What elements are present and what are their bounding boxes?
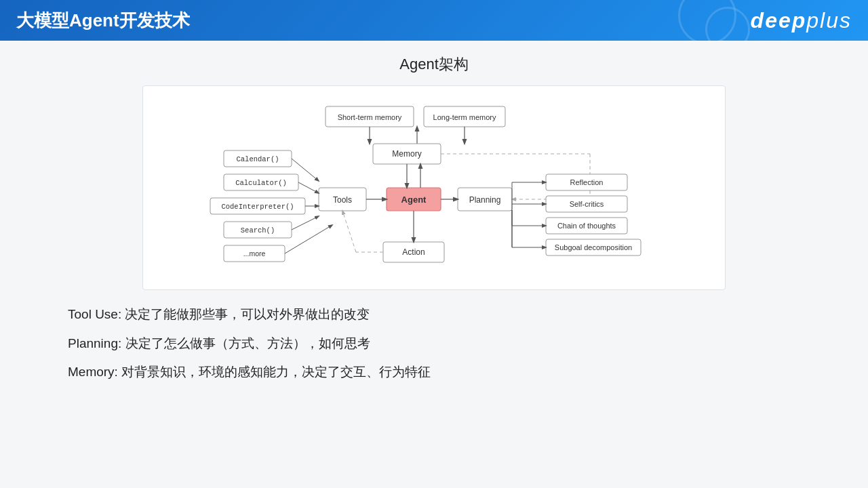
svg-text:Agent: Agent <box>401 195 427 205</box>
main-content: Agent架构 Short-term memory Long-term memo… <box>0 41 868 488</box>
desc-tool-use: Tool Use: 决定了能做那些事，可以对外界做出的改变 <box>68 305 841 325</box>
svg-line-53 <box>292 216 319 230</box>
descriptions: Tool Use: 决定了能做那些事，可以对外界做出的改变 Planning: … <box>27 305 841 382</box>
svg-text:Calculator(): Calculator() <box>235 179 287 187</box>
memory-value: 对背景知识，环境的感知能力，决定了交互、行为特征 <box>121 365 431 379</box>
desc-planning: Planning: 决定了怎么做事（方式、方法），如何思考 <box>68 334 841 354</box>
header-title: 大模型Agent开发技术 <box>16 9 190 33</box>
svg-text:Reflection: Reflection <box>570 178 604 186</box>
planning-value: 决定了怎么做事（方式、方法），如何思考 <box>125 336 370 350</box>
diagram-svg-wrapper: Short-term memory Long-term memory Memor… <box>157 100 711 276</box>
svg-text:Action: Action <box>402 247 425 257</box>
svg-text:Subgoal decomposition: Subgoal decomposition <box>555 243 632 251</box>
svg-text:Chain of thoughts: Chain of thoughts <box>557 222 616 230</box>
svg-text:Planning: Planning <box>469 195 501 205</box>
svg-text:Search(): Search() <box>241 226 275 235</box>
agent-diagram: Short-term memory Long-term memory Memor… <box>170 100 698 276</box>
diagram-container: Short-term memory Long-term memory Memor… <box>142 85 726 290</box>
svg-text:Calendar(): Calendar() <box>236 155 279 163</box>
svg-text:...more: ...more <box>243 249 266 258</box>
header-decoration <box>678 0 760 41</box>
logo-plus: plus <box>806 8 852 33</box>
header: 大模型Agent开发技术 deepplus <box>0 0 868 41</box>
svg-line-41 <box>342 211 356 252</box>
planning-key: Planning: <box>68 336 125 350</box>
svg-text:Self-critics: Self-critics <box>570 200 604 208</box>
memory-key: Memory: <box>68 365 121 379</box>
svg-text:CodeInterpreter(): CodeInterpreter() <box>221 203 294 211</box>
svg-text:Tools: Tools <box>333 195 352 205</box>
svg-text:Short-term memory: Short-term memory <box>338 113 402 121</box>
svg-line-47 <box>298 182 319 193</box>
header-logo: deepplus <box>751 8 852 33</box>
svg-text:Long-term memory: Long-term memory <box>433 113 496 121</box>
desc-memory: Memory: 对背景知识，环境的感知能力，决定了交互、行为特征 <box>68 363 841 382</box>
svg-text:Memory: Memory <box>392 149 421 159</box>
tool-use-value: 决定了能做那些事，可以对外界做出的改变 <box>125 307 370 321</box>
slide-title: Agent架构 <box>27 54 841 75</box>
tool-use-key: Tool Use: <box>68 307 125 321</box>
